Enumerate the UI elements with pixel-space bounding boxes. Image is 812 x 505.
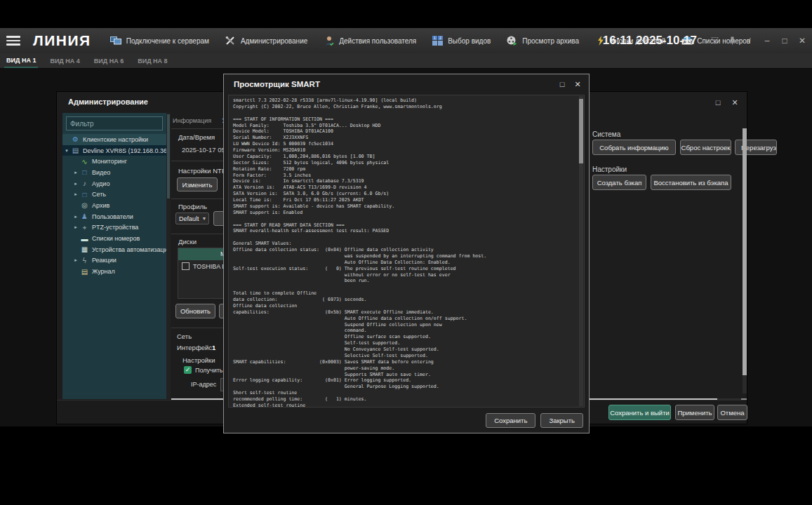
profile-label: Профиль [178,203,207,210]
tree-item-label: Сеть [92,191,106,198]
save-button[interactable]: Сохранить [486,413,535,428]
filter-input[interactable] [66,116,163,130]
toolbar-item-archive-view[interactable]: Просмотр архива [498,28,587,53]
tree-item-label: Пользователи [92,213,133,220]
close-button[interactable]: ✕ [572,79,583,90]
tree-item[interactable]: ▦ Устройства автоматизации [62,244,166,255]
tree-item-icon: ▤ [71,146,80,155]
filter-funnel-icon[interactable] [709,35,720,46]
save-exit-button[interactable]: Сохранить и выйти [608,405,671,420]
tree-item-icon: ϟ [80,256,89,265]
smart-output-text: smartctl 7.3 2022-02-28 r5338 [armv7l-li… [229,95,584,408]
tree-item-label: Видео [92,169,110,176]
profile-select[interactable]: Default ▼ [175,213,209,224]
reboot-button[interactable]: Перезагрузить [735,140,777,155]
tree-item-label: Devline XVR8S (192.168.0.36) [83,147,166,154]
toolbar-item-label: Администрирование [241,37,307,45]
toolbar-item-administration[interactable]: Администрирование [217,28,315,53]
tab-view-6[interactable]: ВИД НА 6 [92,53,126,68]
maximize-button[interactable]: □ [557,79,568,90]
window-title: Администрирование [68,97,148,106]
toolbar-item-label: Действия пользователя [339,37,416,45]
tree-item[interactable]: ▸ ϟ Реакции [62,255,166,267]
close-button[interactable]: ✕ [729,97,740,108]
tree-item[interactable]: ▸ ⌖ PTZ-устройства [62,222,166,234]
tree-item[interactable]: ▬ Списки номеров [62,233,166,244]
tree-expander[interactable]: ▾ [62,148,71,154]
tab-view-1[interactable]: ВИД НА 1 [4,53,38,68]
refresh-button[interactable]: Обновить [175,304,215,318]
tree-item-icon: ♪ [80,179,89,188]
tree-item[interactable]: ▸ □ Видео [62,167,166,178]
tree-item-icon: ∿ [80,157,89,166]
close-button[interactable]: ✕ [797,35,808,46]
tab-view-4[interactable]: ВИД НА 4 [48,53,81,68]
ntp-label: Настройки NTP [178,167,226,175]
toolbar-item-label: Выбор видов [448,37,491,45]
tree-item-label: Реакции [92,257,117,264]
reset-settings-button[interactable]: Сброс настроек [680,140,731,155]
smart-viewer-dialog: Просмотрщик SMART □ ✕ smartctl 7.3 2022-… [223,74,590,433]
tree-item[interactable]: ▸ ♪ Аудио [62,178,166,189]
user-icon [323,36,335,46]
minimize-button[interactable]: – [761,35,773,46]
apply-button[interactable]: Применить [675,405,714,420]
tree-item-icon: ▤ [80,267,89,276]
tree-item[interactable]: ▸ □ Сеть [62,189,166,200]
dhcp-checkbox[interactable]: ✓ [184,366,192,374]
network-label: Сеть [177,332,192,340]
tree-item[interactable]: ▸ ♟ Пользователи [62,211,166,222]
tree-item[interactable]: ⚙ Клиентские настройки [62,134,166,145]
toolbar-item-view-select[interactable]: 12 Выбор видов [424,28,498,53]
device-tree-panel: ⚙ Клиентские настройки ▾ ▤ Devline XVR8S… [62,113,166,399]
disk-checkbox[interactable] [182,262,189,270]
hamburger-menu-icon[interactable] [6,36,20,46]
tab-information[interactable]: Информация [173,117,211,124]
change-ntp-button[interactable]: Изменить [177,177,218,191]
tree-expander[interactable]: ▸ [72,224,80,230]
restore-backup-button[interactable]: Восстановить из бэкапа [651,175,731,190]
tree-expander[interactable]: ▸ [72,214,80,220]
ip-label: IP-адрес [191,381,216,388]
tree-expander[interactable]: ▸ [72,170,80,175]
tree-item-label: PTZ-устройства [92,224,138,231]
interface-value[interactable]: 1 [212,344,215,351]
right-scrollbar[interactable] [743,128,747,393]
smart-dialog-titlebar: Просмотрщик SMART □ ✕ [224,74,589,94]
backup-settings-label: Настройки [592,166,627,173]
film-reel-icon [506,36,518,46]
tree-expander[interactable]: ▸ [72,181,80,187]
tree-item-icon: ▦ [80,245,89,254]
datetime-label: Дата/Время [178,133,215,141]
view-tabbar: ВИД НА 1 ВИД НА 4 ВИД НА 6 ВИД НА 8 [0,53,812,69]
close-dialog-button[interactable]: Закрыть [540,413,583,428]
disks-label: Диски [178,238,197,245]
dialog-title: Просмотрщик SMART [234,80,320,88]
tab-view-8[interactable]: ВИД НА 8 [135,53,169,68]
tree-item[interactable]: ∿ Мониторинг [62,156,166,167]
info-icon[interactable]: i [744,35,755,46]
toolbar-item-user-actions[interactable]: Действия пользователя [315,28,424,53]
tree-item-label: Устройства автоматизации [92,246,166,253]
collect-info-button[interactable]: Собрать информацию [592,140,676,155]
maximize-button[interactable]: □ [712,97,724,108]
create-backup-button[interactable]: Создать бэкап [592,175,646,190]
tools-icon [225,36,237,46]
tree-item-label: Мониторинг [92,158,127,165]
smart-scrollbar[interactable] [579,96,583,406]
maximize-button[interactable]: □ [779,35,790,46]
tree-expander[interactable]: ▸ [72,257,80,263]
admin-tree: ⚙ Клиентские настройки ▾ ▤ Devline XVR8S… [62,134,166,277]
svg-text:2: 2 [439,36,441,40]
tree-item[interactable]: ◎ Архив [62,200,166,211]
tree-item[interactable]: ▾ ▤ Devline XVR8S (192.168.0.36) [62,145,166,156]
cancel-button[interactable]: Отмена [717,405,747,420]
tree-expander[interactable]: ▸ [72,191,80,197]
toolbar-item-label: Подключение к серверам [126,37,209,45]
tree-scrollbar[interactable] [166,113,171,399]
tree-item[interactable]: ▤ Журнал [62,266,166,277]
toolbar-item-connect-servers[interactable]: Подключение к серверам [102,28,217,53]
net-settings-label: Настройки [182,356,215,364]
system-label: Система [592,130,620,138]
pin-icon[interactable] [726,35,738,46]
